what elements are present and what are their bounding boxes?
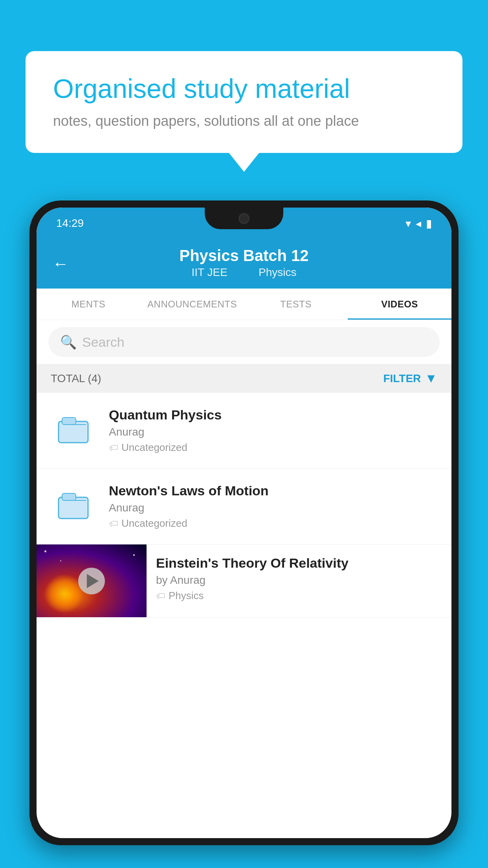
phone-inner: 14:29 ▾ ◂ ▮ ← Physics Batch 12 IIT JEE P… [37, 208, 451, 838]
video-info-1: Quantum Physics Anurag 🏷 Uncategorized [109, 407, 437, 454]
status-bar: 14:29 ▾ ◂ ▮ [37, 208, 451, 239]
list-item[interactable]: Einstein's Theory Of Relativity by Anura… [37, 544, 451, 618]
svg-rect-3 [62, 493, 76, 500]
filter-icon: ▼ [425, 371, 437, 386]
video-info-3: Einstein's Theory Of Relativity by Anura… [147, 544, 451, 613]
search-container: 🔍 Search [37, 320, 451, 364]
wifi-icon: ▾ [405, 217, 411, 230]
einstein-thumbnail [37, 544, 147, 617]
battery-icon: ▮ [426, 217, 432, 230]
list-item[interactable]: Newton's Laws of Motion Anurag 🏷 Uncateg… [37, 469, 451, 544]
video-list: Quantum Physics Anurag 🏷 Uncategorized [37, 393, 451, 618]
tab-videos[interactable]: VIDEOS [348, 289, 451, 320]
video-tag-label-3: Physics [169, 590, 204, 602]
video-title-3: Einstein's Theory Of Relativity [156, 555, 440, 571]
video-title-2: Newton's Laws of Motion [109, 483, 437, 498]
app-subtitle: IIT JEE Physics [56, 266, 432, 279]
search-icon: 🔍 [60, 334, 77, 350]
video-author-3: by Anurag [156, 574, 440, 587]
tab-ments[interactable]: MENTS [37, 289, 140, 320]
tab-tests[interactable]: TESTS [244, 289, 348, 320]
subtitle-physics: Physics [259, 266, 296, 278]
subtitle-sep [240, 266, 246, 278]
video-author-1: Anurag [109, 426, 437, 438]
status-icons: ▾ ◂ ▮ [405, 217, 432, 230]
tag-icon-3: 🏷 [156, 590, 165, 601]
video-title-1: Quantum Physics [109, 407, 437, 423]
total-count: TOTAL (4) [51, 372, 101, 385]
status-time: 14:29 [56, 217, 84, 230]
play-button[interactable] [78, 568, 105, 594]
video-folder-icon-1 [51, 407, 98, 454]
video-tag-3: 🏷 Physics [156, 590, 440, 602]
phone-outer: 14:29 ▾ ◂ ▮ ← Physics Batch 12 IIT JEE P… [29, 200, 459, 845]
filter-button[interactable]: FILTER ▼ [383, 371, 437, 386]
tag-icon-2: 🏷 [109, 518, 118, 529]
search-bar[interactable]: 🔍 Search [48, 327, 440, 357]
video-tag-1: 🏷 Uncategorized [109, 441, 437, 454]
app-header: ← Physics Batch 12 IIT JEE Physics [37, 239, 451, 289]
phone-mockup: 14:29 ▾ ◂ ▮ ← Physics Batch 12 IIT JEE P… [29, 200, 459, 868]
video-tag-label-1: Uncategorized [121, 441, 187, 454]
app-title: Physics Batch 12 [56, 247, 432, 265]
video-author-2: Anurag [109, 502, 437, 514]
tabs-bar: MENTS ANNOUNCEMENTS TESTS VIDEOS [37, 289, 451, 320]
video-folder-icon-2 [51, 483, 98, 530]
tag-icon-1: 🏷 [109, 442, 118, 453]
notch-camera [238, 213, 250, 224]
filter-row: TOTAL (4) FILTER ▼ [37, 364, 451, 393]
speech-bubble-area: Organised study material notes, question… [26, 51, 462, 153]
search-placeholder: Search [82, 335, 125, 350]
back-button[interactable]: ← [52, 254, 69, 273]
bubble-title: Organised study material [53, 73, 435, 105]
play-triangle [87, 574, 99, 588]
signal-icon: ◂ [416, 217, 421, 230]
tab-announcements[interactable]: ANNOUNCEMENTS [140, 289, 244, 320]
bubble-subtitle: notes, question papers, solutions all at… [53, 113, 435, 129]
subtitle-iitjee: IIT JEE [192, 266, 227, 278]
video-tag-label-2: Uncategorized [121, 517, 187, 530]
list-item[interactable]: Quantum Physics Anurag 🏷 Uncategorized [37, 393, 451, 469]
svg-rect-1 [62, 417, 76, 425]
notch [205, 208, 283, 229]
video-info-2: Newton's Laws of Motion Anurag 🏷 Uncateg… [109, 483, 437, 530]
video-tag-2: 🏷 Uncategorized [109, 517, 437, 530]
speech-bubble: Organised study material notes, question… [26, 51, 462, 153]
filter-label: FILTER [383, 372, 421, 385]
